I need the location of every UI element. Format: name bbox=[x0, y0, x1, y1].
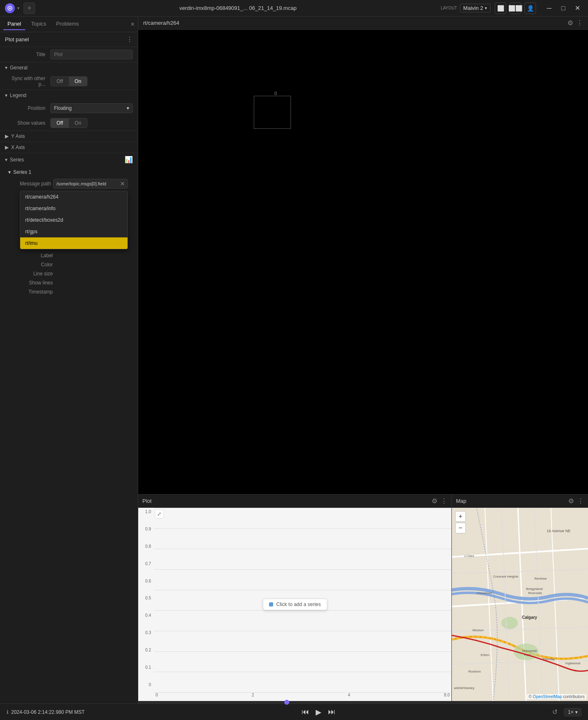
minimize-button[interactable]: ─ bbox=[543, 2, 555, 14]
y-label-03: 0.3 bbox=[140, 630, 151, 635]
gridline-3 bbox=[154, 549, 451, 549]
position-row: Position Floating ▾ bbox=[0, 101, 138, 116]
show-values-on-button[interactable]: On bbox=[69, 118, 87, 128]
layout-chevron-icon: ▾ bbox=[485, 6, 487, 10]
x-label-8: 8.0 bbox=[444, 693, 450, 701]
titlebar-icons: ⬜ ⬜⬜ 👤 bbox=[495, 2, 536, 14]
layout-dropdown[interactable]: Maivin 2 ▾ bbox=[460, 4, 491, 12]
openstreetmap-link[interactable]: OpenStreetMap bbox=[533, 694, 562, 699]
message-path-input[interactable]: /some/topic.msgs[0].field ✕ bbox=[53, 179, 128, 189]
title-label: Title bbox=[5, 52, 50, 57]
add-series-label: Click to add a series bbox=[276, 602, 321, 607]
plot-settings-button[interactable]: ⚙ bbox=[432, 497, 437, 505]
map-zoom-out-button[interactable]: − bbox=[455, 523, 466, 533]
titlebar: ▾ ＋ verdin-imx8mp-06849091_... 06_21_14_… bbox=[0, 0, 588, 17]
layout-selector[interactable]: LAYOUT Maivin 2 ▾ bbox=[441, 4, 491, 12]
series-chart-icon[interactable]: 📊 bbox=[125, 156, 133, 163]
map-title: Map bbox=[456, 498, 466, 504]
map-more-button[interactable]: ⋮ bbox=[577, 497, 584, 505]
dropdown-item-rt-imu[interactable]: rt/imu bbox=[20, 237, 128, 249]
gridline-4 bbox=[154, 569, 451, 570]
plot-more-button[interactable]: ⋮ bbox=[441, 497, 447, 505]
plot-panel-more-button[interactable]: ⋮ bbox=[126, 36, 133, 43]
progress-thumb[interactable] bbox=[284, 700, 289, 705]
show-values-toggle[interactable]: Off On bbox=[50, 118, 87, 128]
line-size-row: Line size bbox=[8, 269, 133, 278]
layout-name: Maivin 2 bbox=[463, 5, 483, 11]
camera-toolbar: rt/camera/h264 ⚙ ⋮ bbox=[138, 17, 588, 30]
window-controls: ─ □ ✕ bbox=[543, 2, 583, 14]
status-info: ℹ 2024-03-06 2:14:22.980 PM MST bbox=[7, 709, 85, 715]
position-select[interactable]: Floating ▾ bbox=[50, 103, 133, 113]
loop-button[interactable]: ↺ bbox=[552, 708, 557, 716]
series-section-header: ▾ Series 📊 bbox=[0, 153, 138, 166]
general-label: General bbox=[10, 65, 28, 71]
x-axis-section[interactable]: ▶ X Axis bbox=[0, 142, 138, 153]
panel-tabs: Panel Topics Problems × bbox=[0, 17, 138, 32]
legend-label: Legend bbox=[10, 92, 26, 98]
speed-selector[interactable]: 1× ▾ bbox=[564, 708, 581, 716]
plot-toolbar: Plot ⚙ ⋮ bbox=[138, 495, 451, 508]
map-zoom-in-button[interactable]: + bbox=[455, 511, 466, 522]
message-path-dropdown: rt/camera/h264 rt/camera/info rt/detect/… bbox=[20, 191, 128, 249]
series-label: Series bbox=[10, 157, 24, 163]
panel-close-button[interactable]: × bbox=[131, 21, 135, 28]
plot-title: Plot bbox=[142, 498, 151, 504]
map-panel: Map ⚙ ⋮ + − bbox=[452, 495, 588, 701]
user-icon[interactable]: 👤 bbox=[524, 2, 536, 14]
series-1-arrow-icon: ▾ bbox=[8, 169, 11, 175]
legend-arrow-icon: ▾ bbox=[5, 92, 7, 98]
map-area: + − bbox=[452, 508, 588, 701]
position-chevron-icon: ▾ bbox=[127, 105, 129, 111]
app-logo[interactable]: ▾ bbox=[5, 3, 19, 13]
map-svg: 16 Avenue NE Renfrew Crescent Heights Ca… bbox=[452, 508, 588, 701]
expand-plot-icon[interactable]: ⤢ bbox=[155, 509, 164, 519]
progress-bar[interactable] bbox=[138, 701, 588, 703]
general-section[interactable]: ▾ General bbox=[0, 62, 138, 73]
dropdown-item-rt-camera-h264[interactable]: rt/camera/h264 bbox=[20, 191, 128, 203]
tab-topics[interactable]: Topics bbox=[27, 18, 50, 30]
statusbar: ℹ 2024-03-06 2:14:22.980 PM MST ⏮ ▶ ⏭ ↺ … bbox=[0, 703, 588, 720]
series-title[interactable]: ▾ Series bbox=[5, 157, 24, 163]
y-axis-section[interactable]: ▶ Y Axis bbox=[0, 130, 138, 142]
close-button[interactable]: ✕ bbox=[571, 2, 583, 14]
logo-dropdown-arrow[interactable]: ▾ bbox=[17, 6, 19, 10]
y-label-0: 0 bbox=[140, 682, 151, 687]
dropdown-item-rt-gps[interactable]: rt/gps bbox=[20, 226, 128, 237]
sync-off-button[interactable]: Off bbox=[51, 77, 69, 86]
skip-to-start-button[interactable]: ⏮ bbox=[302, 708, 309, 716]
layout-split-icon[interactable]: ⬜⬜ bbox=[510, 2, 521, 14]
message-path-clear-button[interactable]: ✕ bbox=[120, 180, 125, 187]
series-1-header[interactable]: ▾ Series 1 bbox=[8, 168, 133, 177]
tab-panel[interactable]: Panel bbox=[3, 18, 25, 30]
y-label-06: 0.6 bbox=[140, 579, 151, 583]
gridline-2 bbox=[154, 528, 451, 529]
position-value: Floating bbox=[54, 105, 72, 111]
title-input[interactable] bbox=[50, 50, 133, 59]
show-values-off-button[interactable]: Off bbox=[51, 118, 69, 128]
right-area: rt/camera/h264 ⚙ ⋮ Waiting for keyframe.… bbox=[138, 17, 588, 703]
info-icon[interactable]: ℹ bbox=[7, 709, 9, 715]
svg-text:Renfrew: Renfrew bbox=[534, 577, 547, 580]
dropdown-item-rt-detect-boxes2d[interactable]: rt/detect/boxes2d bbox=[20, 214, 128, 226]
layout-single-icon[interactable]: ⬜ bbox=[495, 2, 506, 14]
tab-problems[interactable]: Problems bbox=[52, 18, 83, 30]
add-panel-button[interactable]: ＋ bbox=[24, 2, 35, 14]
camera-settings-button[interactable]: ⚙ bbox=[567, 19, 573, 27]
map-settings-button[interactable]: ⚙ bbox=[568, 497, 574, 505]
legend-section[interactable]: ▾ Legend bbox=[0, 90, 138, 101]
play-pause-button[interactable]: ▶ bbox=[316, 708, 321, 717]
add-series-badge[interactable]: Click to add a series bbox=[262, 599, 327, 610]
maximize-button[interactable]: □ bbox=[557, 2, 569, 14]
title-row: Title bbox=[0, 47, 138, 62]
svg-text:Crescent Heights: Crescent Heights bbox=[493, 575, 518, 578]
show-values-label: Show values bbox=[5, 120, 50, 126]
sync-toggle[interactable]: Off On bbox=[50, 76, 87, 86]
gridline-9 bbox=[154, 672, 451, 672]
camera-more-button[interactable]: ⋮ bbox=[576, 19, 583, 27]
dropdown-item-rt-camera-info[interactable]: rt/camera/info bbox=[20, 203, 128, 214]
series-1-label: Series 1 bbox=[13, 169, 31, 175]
skip-to-end-button[interactable]: ⏭ bbox=[328, 708, 335, 716]
sync-on-button[interactable]: On bbox=[69, 77, 87, 86]
svg-text:Bridgeland/: Bridgeland/ bbox=[526, 587, 543, 591]
